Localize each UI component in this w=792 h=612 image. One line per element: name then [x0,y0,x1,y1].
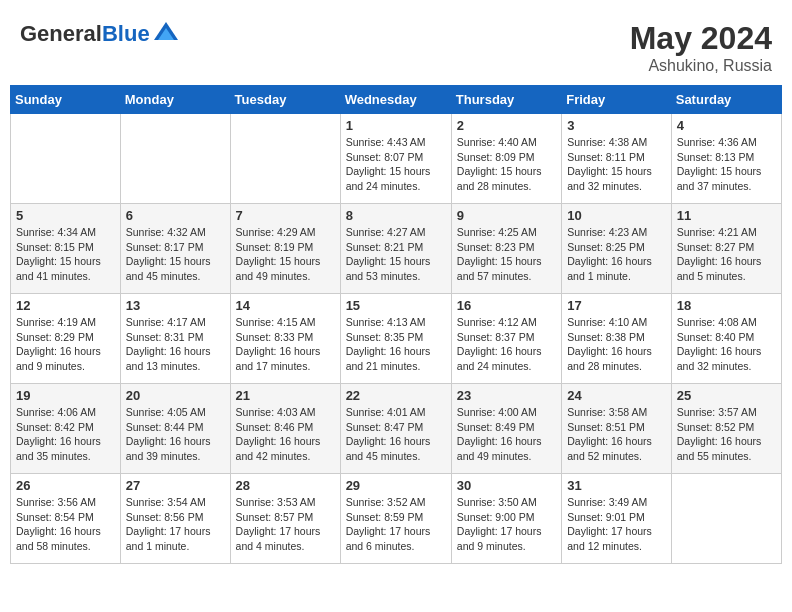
title-block: May 2024 Ashukino, Russia [630,20,772,75]
day-number: 30 [457,478,556,493]
day-info: Sunrise: 3:56 AMSunset: 8:54 PMDaylight:… [16,495,115,554]
day-number: 20 [126,388,225,403]
day-info: Sunrise: 3:50 AMSunset: 9:00 PMDaylight:… [457,495,556,554]
day-of-week-header: Sunday [11,86,121,114]
logo-blue: Blue [102,21,150,46]
day-info: Sunrise: 4:40 AMSunset: 8:09 PMDaylight:… [457,135,556,194]
day-info: Sunrise: 4:32 AMSunset: 8:17 PMDaylight:… [126,225,225,284]
day-number: 28 [236,478,335,493]
day-info: Sunrise: 4:08 AMSunset: 8:40 PMDaylight:… [677,315,776,374]
day-number: 24 [567,388,666,403]
calendar-day-cell: 10Sunrise: 4:23 AMSunset: 8:25 PMDayligh… [562,204,672,294]
day-number: 14 [236,298,335,313]
calendar-day-cell: 23Sunrise: 4:00 AMSunset: 8:49 PMDayligh… [451,384,561,474]
calendar-day-cell: 30Sunrise: 3:50 AMSunset: 9:00 PMDayligh… [451,474,561,564]
day-info: Sunrise: 4:00 AMSunset: 8:49 PMDaylight:… [457,405,556,464]
calendar-day-cell: 2Sunrise: 4:40 AMSunset: 8:09 PMDaylight… [451,114,561,204]
day-info: Sunrise: 4:21 AMSunset: 8:27 PMDaylight:… [677,225,776,284]
day-number: 17 [567,298,666,313]
day-number: 9 [457,208,556,223]
day-info: Sunrise: 4:15 AMSunset: 8:33 PMDaylight:… [236,315,335,374]
day-info: Sunrise: 4:01 AMSunset: 8:47 PMDaylight:… [346,405,446,464]
calendar-week-row: 1Sunrise: 4:43 AMSunset: 8:07 PMDaylight… [11,114,782,204]
day-number: 25 [677,388,776,403]
day-number: 27 [126,478,225,493]
day-info: Sunrise: 4:25 AMSunset: 8:23 PMDaylight:… [457,225,556,284]
calendar-day-cell: 9Sunrise: 4:25 AMSunset: 8:23 PMDaylight… [451,204,561,294]
calendar-day-cell: 17Sunrise: 4:10 AMSunset: 8:38 PMDayligh… [562,294,672,384]
calendar-day-cell: 27Sunrise: 3:54 AMSunset: 8:56 PMDayligh… [120,474,230,564]
calendar-day-cell: 15Sunrise: 4:13 AMSunset: 8:35 PMDayligh… [340,294,451,384]
day-number: 13 [126,298,225,313]
calendar-day-cell: 19Sunrise: 4:06 AMSunset: 8:42 PMDayligh… [11,384,121,474]
calendar-week-row: 12Sunrise: 4:19 AMSunset: 8:29 PMDayligh… [11,294,782,384]
day-info: Sunrise: 4:13 AMSunset: 8:35 PMDaylight:… [346,315,446,374]
calendar-table: SundayMondayTuesdayWednesdayThursdayFrid… [10,85,782,564]
calendar-day-cell: 12Sunrise: 4:19 AMSunset: 8:29 PMDayligh… [11,294,121,384]
day-info: Sunrise: 4:17 AMSunset: 8:31 PMDaylight:… [126,315,225,374]
day-info: Sunrise: 4:27 AMSunset: 8:21 PMDaylight:… [346,225,446,284]
day-number: 16 [457,298,556,313]
calendar-day-cell [230,114,340,204]
day-info: Sunrise: 4:38 AMSunset: 8:11 PMDaylight:… [567,135,666,194]
day-info: Sunrise: 3:53 AMSunset: 8:57 PMDaylight:… [236,495,335,554]
day-number: 4 [677,118,776,133]
day-info: Sunrise: 4:10 AMSunset: 8:38 PMDaylight:… [567,315,666,374]
logo-icon [152,20,180,48]
calendar-day-cell: 1Sunrise: 4:43 AMSunset: 8:07 PMDaylight… [340,114,451,204]
day-info: Sunrise: 4:34 AMSunset: 8:15 PMDaylight:… [16,225,115,284]
day-number: 22 [346,388,446,403]
day-number: 18 [677,298,776,313]
calendar-day-cell: 22Sunrise: 4:01 AMSunset: 8:47 PMDayligh… [340,384,451,474]
calendar-day-cell: 8Sunrise: 4:27 AMSunset: 8:21 PMDaylight… [340,204,451,294]
day-info: Sunrise: 4:03 AMSunset: 8:46 PMDaylight:… [236,405,335,464]
calendar-day-cell: 20Sunrise: 4:05 AMSunset: 8:44 PMDayligh… [120,384,230,474]
day-number: 8 [346,208,446,223]
month-year-title: May 2024 [630,20,772,57]
calendar-day-cell: 6Sunrise: 4:32 AMSunset: 8:17 PMDaylight… [120,204,230,294]
calendar-day-cell: 24Sunrise: 3:58 AMSunset: 8:51 PMDayligh… [562,384,672,474]
day-info: Sunrise: 4:19 AMSunset: 8:29 PMDaylight:… [16,315,115,374]
day-number: 12 [16,298,115,313]
calendar-day-cell: 4Sunrise: 4:36 AMSunset: 8:13 PMDaylight… [671,114,781,204]
calendar-day-cell: 5Sunrise: 4:34 AMSunset: 8:15 PMDaylight… [11,204,121,294]
day-of-week-header: Monday [120,86,230,114]
day-number: 21 [236,388,335,403]
calendar-week-row: 26Sunrise: 3:56 AMSunset: 8:54 PMDayligh… [11,474,782,564]
calendar-day-cell: 25Sunrise: 3:57 AMSunset: 8:52 PMDayligh… [671,384,781,474]
day-number: 31 [567,478,666,493]
day-info: Sunrise: 4:06 AMSunset: 8:42 PMDaylight:… [16,405,115,464]
day-number: 5 [16,208,115,223]
day-info: Sunrise: 3:54 AMSunset: 8:56 PMDaylight:… [126,495,225,554]
calendar-day-cell: 14Sunrise: 4:15 AMSunset: 8:33 PMDayligh… [230,294,340,384]
calendar-day-cell: 7Sunrise: 4:29 AMSunset: 8:19 PMDaylight… [230,204,340,294]
day-number: 2 [457,118,556,133]
day-number: 6 [126,208,225,223]
day-of-week-header: Saturday [671,86,781,114]
day-info: Sunrise: 4:43 AMSunset: 8:07 PMDaylight:… [346,135,446,194]
logo-general: General [20,21,102,46]
day-of-week-header: Thursday [451,86,561,114]
calendar-day-cell: 16Sunrise: 4:12 AMSunset: 8:37 PMDayligh… [451,294,561,384]
day-info: Sunrise: 4:23 AMSunset: 8:25 PMDaylight:… [567,225,666,284]
calendar-header-row: SundayMondayTuesdayWednesdayThursdayFrid… [11,86,782,114]
day-number: 11 [677,208,776,223]
calendar-day-cell: 26Sunrise: 3:56 AMSunset: 8:54 PMDayligh… [11,474,121,564]
day-info: Sunrise: 4:12 AMSunset: 8:37 PMDaylight:… [457,315,556,374]
day-info: Sunrise: 3:57 AMSunset: 8:52 PMDaylight:… [677,405,776,464]
page-header: GeneralBlue May 2024 Ashukino, Russia [10,10,782,85]
calendar-day-cell [11,114,121,204]
day-number: 1 [346,118,446,133]
day-info: Sunrise: 3:49 AMSunset: 9:01 PMDaylight:… [567,495,666,554]
location-subtitle: Ashukino, Russia [630,57,772,75]
day-of-week-header: Wednesday [340,86,451,114]
calendar-week-row: 5Sunrise: 4:34 AMSunset: 8:15 PMDaylight… [11,204,782,294]
calendar-day-cell: 18Sunrise: 4:08 AMSunset: 8:40 PMDayligh… [671,294,781,384]
calendar-day-cell [671,474,781,564]
day-info: Sunrise: 3:58 AMSunset: 8:51 PMDaylight:… [567,405,666,464]
day-number: 7 [236,208,335,223]
logo: GeneralBlue [20,20,180,48]
day-number: 29 [346,478,446,493]
calendar-day-cell: 31Sunrise: 3:49 AMSunset: 9:01 PMDayligh… [562,474,672,564]
day-info: Sunrise: 4:05 AMSunset: 8:44 PMDaylight:… [126,405,225,464]
